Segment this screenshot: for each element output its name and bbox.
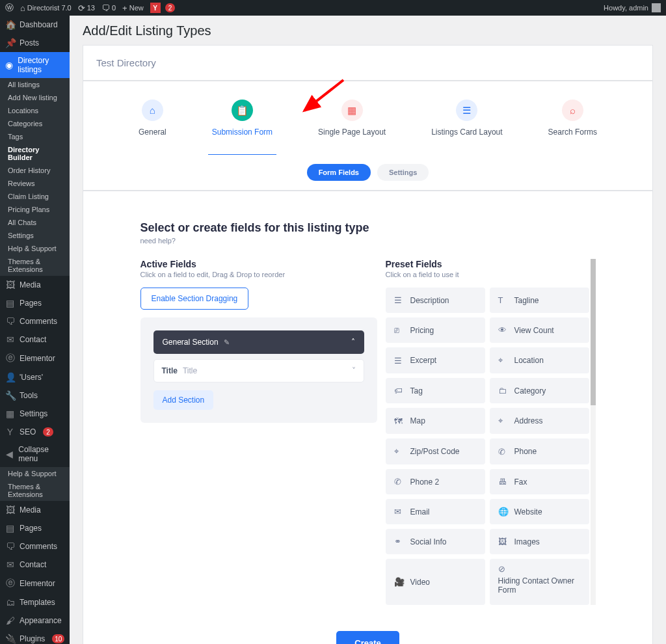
scrollbar-track[interactable] bbox=[591, 259, 596, 605]
create-button[interactable]: Create bbox=[336, 631, 399, 644]
tab-listings-card[interactable]: ☰ Listings Card Layout bbox=[431, 100, 502, 155]
mail-icon: ✉ bbox=[394, 507, 404, 517]
preset-phone2[interactable]: ✆Phone 2 bbox=[386, 469, 485, 494]
menu-templates[interactable]: 🗂Templates bbox=[0, 593, 70, 611]
preset-website[interactable]: 🌐Website bbox=[490, 499, 589, 524]
menu-pages2[interactable]: ▤Pages bbox=[0, 519, 70, 537]
preset-zip[interactable]: ⌖Zip/Post Code bbox=[386, 438, 485, 464]
submenu-pricing[interactable]: Pricing Plans bbox=[0, 203, 70, 216]
menu-settings[interactable]: ▦Settings bbox=[0, 405, 70, 423]
subtab-settings[interactable]: Settings bbox=[377, 164, 429, 181]
submenu-locations[interactable]: Locations bbox=[0, 104, 70, 117]
preset-map[interactable]: 🗺Map bbox=[386, 408, 485, 434]
wp-logo[interactable]: ⓦ bbox=[5, 2, 14, 14]
preset-location[interactable]: ⌖Location bbox=[490, 347, 589, 373]
menu-plugins[interactable]: 🔌Plugins10 bbox=[0, 630, 70, 644]
preset-tagline[interactable]: TTagline bbox=[490, 288, 589, 313]
social-icon: ⚭ bbox=[394, 537, 404, 546]
preset-video[interactable]: 🎥Video bbox=[386, 559, 485, 605]
tab-search-forms[interactable]: ⌕ Search Forms bbox=[548, 100, 597, 155]
search-icon: ⌕ bbox=[562, 100, 583, 121]
menu-contact[interactable]: ✉Contact bbox=[0, 330, 70, 349]
fax-icon: 🖷 bbox=[498, 477, 508, 487]
tab-general[interactable]: ⌂ General bbox=[139, 100, 166, 155]
chevron-up-icon: ˄ bbox=[351, 338, 355, 347]
site-name[interactable]: ⌂Directorist 7.0 bbox=[20, 3, 72, 13]
submenu-claim[interactable]: Claim Listing bbox=[0, 190, 70, 203]
enable-dragging-button[interactable]: Enable Section Dragging bbox=[140, 288, 249, 310]
menu-appearance[interactable]: 🖌Appearance bbox=[0, 611, 70, 630]
section-card: General Section✎ ˄ Title Title ˅ Add Sec… bbox=[140, 317, 377, 423]
price-icon: ⎚ bbox=[394, 325, 404, 335]
submenu-tags[interactable]: Tags bbox=[0, 130, 70, 143]
menu-contact2[interactable]: ✉Contact bbox=[0, 556, 70, 574]
preset-tag[interactable]: 🏷Tag bbox=[386, 378, 485, 403]
menu-pages[interactable]: ▤Pages bbox=[0, 294, 70, 312]
menu-tools[interactable]: 🔧Tools bbox=[0, 386, 70, 405]
preset-address[interactable]: ⌖Address bbox=[490, 408, 589, 434]
subtab-form-fields[interactable]: Form Fields bbox=[307, 164, 371, 181]
globe-icon: 🌐 bbox=[498, 507, 508, 517]
submenu-help2[interactable]: Help & Support bbox=[0, 467, 70, 480]
list-icon: ☰ bbox=[456, 100, 477, 121]
howdy-account[interactable]: Howdy, admin bbox=[604, 3, 661, 12]
preset-excerpt[interactable]: ☰Excerpt bbox=[386, 347, 485, 373]
chevron-down-icon: ˅ bbox=[352, 366, 356, 375]
preset-images[interactable]: 🖼Images bbox=[490, 529, 589, 554]
section-header[interactable]: General Section✎ ˄ bbox=[153, 330, 364, 354]
preset-view-count[interactable]: 👁View Count bbox=[490, 317, 589, 343]
active-fields-title: Active Fields bbox=[140, 259, 377, 269]
tag-icon: 🏷 bbox=[394, 386, 404, 396]
preset-email[interactable]: ✉Email bbox=[386, 499, 485, 524]
menu-seo[interactable]: YSEO2 bbox=[0, 423, 70, 441]
pin-icon: ⌖ bbox=[498, 355, 508, 366]
need-help-link[interactable]: need help? bbox=[140, 237, 596, 245]
submenu-chats[interactable]: All Chats bbox=[0, 216, 70, 229]
menu-elementor2[interactable]: ⓔElementor bbox=[0, 574, 70, 593]
tab-single-page[interactable]: ▦ Single Page Layout bbox=[318, 100, 386, 155]
preset-social[interactable]: ⚭Social Info bbox=[386, 529, 485, 554]
preset-description[interactable]: ☰Description bbox=[386, 288, 485, 313]
yoast-menu[interactable]: Y2 bbox=[150, 3, 176, 13]
preset-category[interactable]: 🗀Category bbox=[490, 378, 589, 403]
eye-icon: 👁 bbox=[498, 325, 508, 335]
submenu-help[interactable]: Help & Support bbox=[0, 242, 70, 255]
submenu-order-history[interactable]: Order History bbox=[0, 164, 70, 177]
menu-dashboard[interactable]: 🏠Dashboard bbox=[0, 16, 70, 34]
menu-directory-listings[interactable]: ◉Directory listings bbox=[0, 52, 70, 78]
main-content: Add/Edit Listing Types Test Directory ⌂ … bbox=[70, 16, 666, 644]
video-icon: 🎥 bbox=[394, 577, 404, 587]
new-content[interactable]: +New bbox=[122, 3, 144, 13]
submenu-themes[interactable]: Themes & Extensions bbox=[0, 255, 70, 276]
tab-submission-form[interactable]: 📋 Submission Form bbox=[212, 100, 273, 155]
scrollbar-thumb[interactable] bbox=[591, 259, 596, 405]
avatar-icon bbox=[652, 3, 661, 12]
submenu-categories[interactable]: Categories bbox=[0, 117, 70, 130]
submenu-directory-builder[interactable]: Directory Builder bbox=[0, 143, 70, 164]
menu-comments2[interactable]: 🗨Comments bbox=[0, 537, 70, 556]
text-icon: ☰ bbox=[394, 295, 404, 305]
submenu-all-listings[interactable]: All listings bbox=[0, 78, 70, 91]
submenu-settings[interactable]: Settings bbox=[0, 229, 70, 242]
type-icon: T bbox=[498, 295, 508, 305]
menu-comments[interactable]: 🗨Comments bbox=[0, 312, 70, 330]
submenu-themes-ext[interactable]: Themes & Extensions bbox=[0, 480, 70, 501]
menu-media2[interactable]: 🖾Media bbox=[0, 501, 70, 519]
submenu-add-new[interactable]: Add New listing bbox=[0, 91, 70, 104]
menu-posts[interactable]: 📌Posts bbox=[0, 34, 70, 52]
submenu-reviews[interactable]: Reviews bbox=[0, 177, 70, 190]
menu-elementor[interactable]: ⓔElementor bbox=[0, 349, 70, 368]
preset-fax[interactable]: 🖷Fax bbox=[490, 469, 589, 494]
preset-hiding-contact[interactable]: ⊘Hiding Contact Owner Form bbox=[490, 559, 589, 605]
menu-collapse[interactable]: ◀Collapse menu bbox=[0, 441, 70, 467]
updates[interactable]: ⟳13 bbox=[78, 3, 95, 13]
preset-phone[interactable]: ✆Phone bbox=[490, 438, 589, 464]
field-title[interactable]: Title Title ˅ bbox=[153, 359, 364, 382]
add-section-button[interactable]: Add Section bbox=[153, 390, 214, 410]
comments-link[interactable]: 🗨0 bbox=[101, 3, 116, 13]
menu-users-quoted[interactable]: 👤'Users' bbox=[0, 368, 70, 386]
preset-pricing[interactable]: ⎚Pricing bbox=[386, 317, 485, 343]
map-icon: 🗺 bbox=[394, 416, 404, 426]
home-icon: ⌂ bbox=[142, 100, 163, 121]
menu-media[interactable]: 🖾Media bbox=[0, 276, 70, 294]
